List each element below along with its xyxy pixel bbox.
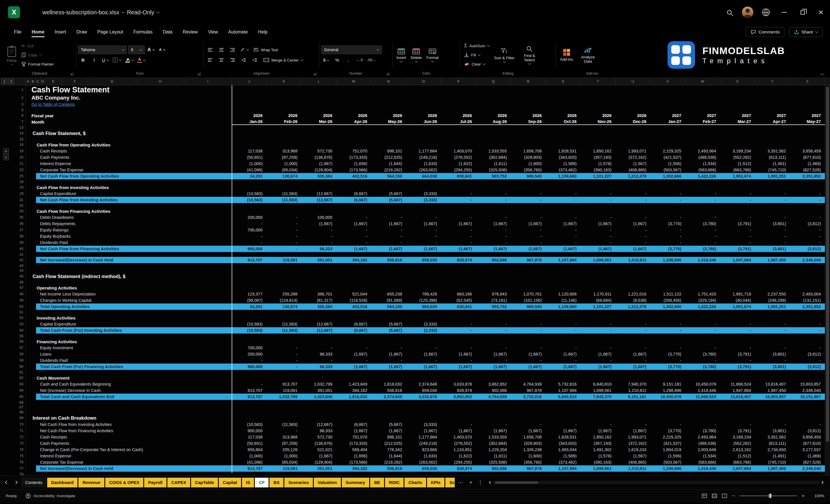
grid-cell[interactable]: - [615,234,650,239]
grid-cell[interactable]: 1,298,896 [650,388,685,393]
grid-cell[interactable]: - [266,215,301,220]
row-number[interactable]: 7 [12,119,26,125]
grid-cell[interactable]: 1,951,674 [720,174,755,179]
addins-button[interactable]: Add-ins [558,48,575,62]
grid-cell[interactable]: - [790,328,825,333]
grid-cell[interactable]: Oct-26 [546,119,581,124]
row-number[interactable]: 6 [12,113,26,119]
grid-cell[interactable]: - [615,215,650,220]
column-header-s[interactable]: S [546,78,581,85]
grid-cell[interactable]: - [755,215,790,220]
grid-cell[interactable]: Aug-26 [476,119,511,124]
bold-button[interactable]: B [78,56,88,64]
column-header-k[interactable]: K [266,78,301,85]
grid-cell[interactable]: 1,991,251 [755,174,790,179]
grid-cell[interactable]: (1,667) [546,365,581,369]
grid-cell[interactable]: 11,868,524 [685,395,720,399]
column-header-c[interactable]: C [35,78,40,85]
grid-cell[interactable]: (1,534) [685,454,720,458]
grid-cell[interactable]: (1,633) [406,454,441,458]
grid-cell[interactable]: 13,816,407 [720,395,755,399]
grid-cell[interactable]: - [406,358,441,363]
grid-cell[interactable]: - [650,198,685,202]
grid-cell[interactable]: (3,333) [406,328,441,333]
grid-cell[interactable]: - [650,240,685,245]
grid-cell[interactable]: Sep-26 [511,119,546,124]
orientation-button[interactable] [239,45,250,54]
grid-cell[interactable]: (6,667) [337,191,371,196]
grid-cell[interactable]: (3,812) [790,352,825,356]
grid-cell[interactable]: Mar-26 [301,119,337,124]
menu-tab-draw[interactable]: Draw [72,27,91,37]
grid-cell[interactable]: 996,101 [371,149,406,153]
grid-cell[interactable]: (1,667) [511,365,546,369]
grid-cell[interactable]: - [720,322,755,326]
grid-cell[interactable]: (1,667) [581,365,615,369]
grid-cell[interactable]: - [441,215,476,220]
grid-cell[interactable]: (552,282) [720,155,755,160]
grid-cell[interactable]: - [685,215,720,220]
grid-cell[interactable]: - [755,358,790,363]
grid-cell[interactable]: - [476,322,511,326]
italic-button[interactable]: I [89,56,99,64]
grid-cell[interactable]: (3,780) [685,221,720,226]
zoom-level[interactable]: 100% [809,494,824,498]
grid-cell[interactable]: (1,589) [546,161,581,166]
grid-cell[interactable]: (1,667) [581,247,615,251]
grid-cell[interactable]: 313,968 [266,435,301,439]
grid-cell[interactable]: 313,968 [266,149,301,153]
comments-button[interactable]: Comments [746,27,785,37]
grid-cell[interactable]: 902,086 [476,258,511,262]
grid-cell[interactable]: (357,193) [581,441,615,446]
grid-cell[interactable]: (1,600) [511,161,546,166]
grid-cell[interactable]: - [615,228,650,232]
autosum-button[interactable]: ΣAutoSum [462,41,492,50]
menu-tab-file[interactable]: File [10,27,26,37]
grid-cell[interactable]: 98,333 [301,352,337,356]
column-header-d[interactable]: D [40,78,45,85]
grid-cell[interactable]: (11,146) [546,298,581,303]
grid-cell[interactable]: - [720,198,755,202]
grid-cell[interactable]: - [685,322,720,326]
grid-cell[interactable]: (1,667) [301,454,337,458]
sheet-tab-scenarios[interactable]: Scenarios [284,478,313,487]
grid-cell[interactable]: - [685,240,720,245]
row-number[interactable]: 40 [12,246,26,252]
grid-cell[interactable]: 2,348,040 [790,466,825,471]
grid-cell[interactable]: - [650,346,685,350]
row-number[interactable]: 69 [12,414,26,421]
grid-cell[interactable]: (1,667) [441,352,476,356]
grid-cell[interactable]: (827,528) [790,168,825,172]
grid-cell[interactable]: (50,651) [232,441,266,446]
row-number[interactable]: 68 [12,410,26,414]
grid-cell[interactable]: 751,070 [337,149,371,153]
grid-cell[interactable]: 902,086 [476,466,511,471]
grid-cell[interactable]: - [720,358,755,363]
grid-cell[interactable]: - [266,358,301,363]
menu-tab-help[interactable]: Help [254,27,272,37]
row-number[interactable]: 36 [12,221,26,227]
grid-cell[interactable]: - [581,240,615,245]
grid-cell[interactable]: 98,333 [301,429,337,433]
grid-cell[interactable]: (1,667) [476,352,511,356]
row-number[interactable]: 31 [12,197,26,203]
grid-cell[interactable]: (3,780) [685,352,720,356]
grid-cell[interactable]: 564,150 [371,174,406,179]
grid-cell[interactable]: 10,450,078 [650,395,685,399]
grid-cell[interactable]: 1,212,478 [615,174,650,179]
grid-cell[interactable]: (1,667) [581,352,615,356]
grid-cell[interactable]: 18,151,897 [790,395,825,399]
sheet-tab-capex[interactable]: CAPEX [167,478,190,487]
grid-cell[interactable]: 1,850,162 [581,149,615,153]
grid-cell[interactable]: - [511,191,546,196]
grid-cell[interactable]: - [650,322,685,326]
grid-cell[interactable]: - [441,322,476,326]
grid-cell[interactable]: 2026 [581,113,615,118]
grid-cell[interactable]: 5,732,816 [511,395,546,399]
grid-cell[interactable]: 1,804,019 [650,447,685,452]
grid-cell[interactable]: 903,752 [476,174,511,179]
grid-cell[interactable]: 1,032,799 [301,382,337,386]
user-avatar[interactable] [742,7,753,18]
align-middle-button[interactable] [217,45,226,54]
grid-cell[interactable]: - [546,198,581,202]
